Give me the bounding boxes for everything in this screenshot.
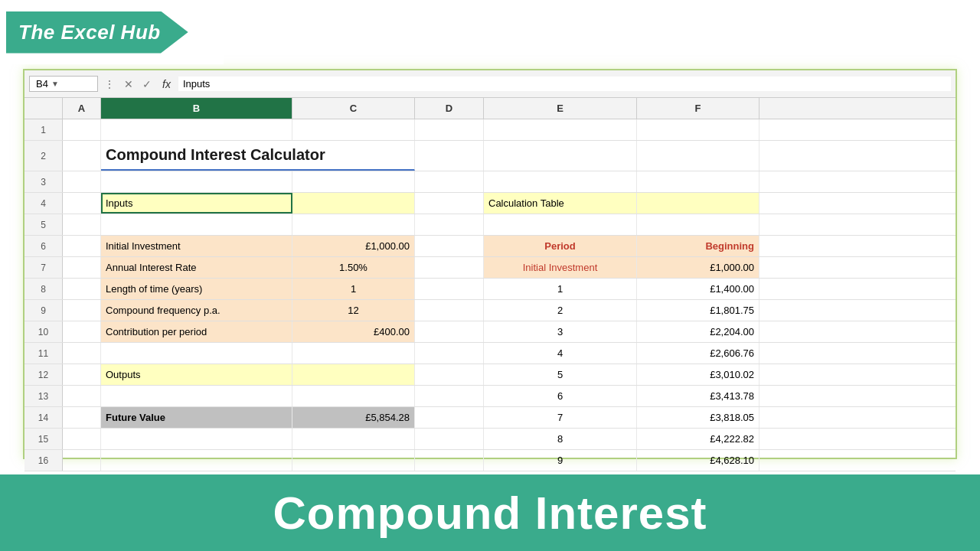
cell-d6[interactable] xyxy=(415,236,484,256)
cell-b1[interactable] xyxy=(101,119,292,140)
cell-d8[interactable] xyxy=(415,279,484,299)
cell-d3[interactable] xyxy=(415,171,484,192)
cell-e3[interactable] xyxy=(484,171,637,192)
cell-a7[interactable] xyxy=(63,257,101,278)
cell-f6-beginning[interactable]: Beginning xyxy=(637,236,760,256)
cell-a6[interactable] xyxy=(63,236,101,256)
cell-f5[interactable] xyxy=(637,214,760,235)
cell-e11[interactable]: 4 xyxy=(484,343,637,364)
cell-a3[interactable] xyxy=(63,171,101,192)
cell-e1[interactable] xyxy=(484,119,637,140)
cell-f16[interactable]: £4,628.10 xyxy=(637,450,760,471)
cell-e9[interactable]: 2 xyxy=(484,300,637,321)
cell-c12[interactable] xyxy=(292,364,415,385)
cell-b8[interactable]: Length of time (years) xyxy=(101,279,292,299)
cell-c10[interactable]: £400.00 xyxy=(292,321,415,342)
cell-d16[interactable] xyxy=(415,450,484,471)
cell-f9[interactable]: £1,801.75 xyxy=(637,300,760,321)
cell-b15[interactable] xyxy=(101,429,292,449)
cell-c14-future-value-num[interactable]: £5,854.28 xyxy=(292,407,415,428)
cell-e6-period[interactable]: Period xyxy=(484,236,637,256)
cell-e4-calc-table[interactable]: Calculation Table xyxy=(484,193,637,214)
cell-f12[interactable]: £3,010.02 xyxy=(637,364,760,385)
cell-d1[interactable] xyxy=(415,119,484,140)
cell-b13[interactable] xyxy=(101,386,292,406)
cell-f15[interactable]: £4,222.82 xyxy=(637,429,760,449)
cell-a1[interactable] xyxy=(63,119,101,140)
cell-c7[interactable]: 1.50% xyxy=(292,257,415,278)
cell-d14[interactable] xyxy=(415,407,484,428)
cell-b11[interactable] xyxy=(101,343,292,364)
cell-f1[interactable] xyxy=(637,119,760,140)
cell-reference-box[interactable]: B4 ▼ xyxy=(29,76,98,92)
cell-ref-dropdown-icon[interactable]: ▼ xyxy=(51,80,59,88)
cell-a12[interactable] xyxy=(63,364,101,385)
cell-d2[interactable] xyxy=(415,141,484,171)
cell-e5[interactable] xyxy=(484,214,637,235)
cell-b14-future-value[interactable]: Future Value xyxy=(101,407,292,428)
cell-c8[interactable]: 1 xyxy=(292,279,415,299)
cell-a9[interactable] xyxy=(63,300,101,321)
cell-c13[interactable] xyxy=(292,386,415,406)
cell-f4[interactable] xyxy=(637,193,760,214)
formula-confirm-icon[interactable]: ✓ xyxy=(139,77,155,92)
cell-a4[interactable] xyxy=(63,193,101,214)
cell-b5[interactable] xyxy=(101,214,292,235)
cell-b16[interactable] xyxy=(101,450,292,471)
cell-b6[interactable]: Initial Investment xyxy=(101,236,292,256)
cell-b4-inputs[interactable]: Inputs xyxy=(101,193,292,214)
cell-d9[interactable] xyxy=(415,300,484,321)
cell-b7[interactable]: Annual Interest Rate xyxy=(101,257,292,278)
cell-a10[interactable] xyxy=(63,321,101,342)
cell-f2[interactable] xyxy=(637,141,760,171)
cell-e7-init-inv[interactable]: Initial Investment xyxy=(484,257,637,278)
cell-f7-init-inv-val[interactable]: £1,000.00 xyxy=(637,257,760,278)
cell-d13[interactable] xyxy=(415,386,484,406)
cell-e12[interactable]: 5 xyxy=(484,364,637,385)
cell-e2[interactable] xyxy=(484,141,637,171)
cell-e10[interactable]: 3 xyxy=(484,321,637,342)
cell-f11[interactable]: £2,606.76 xyxy=(637,343,760,364)
cell-d10[interactable] xyxy=(415,321,484,342)
cell-d11[interactable] xyxy=(415,343,484,364)
cell-e8[interactable]: 1 xyxy=(484,279,637,299)
cell-a15[interactable] xyxy=(63,429,101,449)
cell-c11[interactable] xyxy=(292,343,415,364)
cell-f10[interactable]: £2,204.00 xyxy=(637,321,760,342)
col-header-d[interactable]: D xyxy=(415,98,484,119)
cell-e14[interactable]: 7 xyxy=(484,407,637,428)
cell-a5[interactable] xyxy=(63,214,101,235)
cell-f8[interactable]: £1,400.00 xyxy=(637,279,760,299)
cell-b2-title[interactable]: Compound Interest Calculator xyxy=(101,141,415,171)
col-header-c[interactable]: C xyxy=(292,98,415,119)
cell-f13[interactable]: £3,413.78 xyxy=(637,386,760,406)
cell-b9[interactable]: Compound frequency p.a. xyxy=(101,300,292,321)
cell-c16[interactable] xyxy=(292,450,415,471)
formula-cancel-icon[interactable]: ✕ xyxy=(121,77,136,92)
cell-d5[interactable] xyxy=(415,214,484,235)
cell-c6[interactable]: £1,000.00 xyxy=(292,236,415,256)
col-header-f[interactable]: F xyxy=(637,98,760,119)
cell-d12[interactable] xyxy=(415,364,484,385)
cell-c5[interactable] xyxy=(292,214,415,235)
cell-e15[interactable]: 8 xyxy=(484,429,637,449)
cell-b3[interactable] xyxy=(101,171,292,192)
cell-c1[interactable] xyxy=(292,119,415,140)
cell-b10[interactable]: Contribution per period xyxy=(101,321,292,342)
col-header-a[interactable]: A xyxy=(63,98,101,119)
cell-a16[interactable] xyxy=(63,450,101,471)
cell-d7[interactable] xyxy=(415,257,484,278)
cell-d15[interactable] xyxy=(415,429,484,449)
cell-e13[interactable]: 6 xyxy=(484,386,637,406)
cell-a11[interactable] xyxy=(63,343,101,364)
cell-f3[interactable] xyxy=(637,171,760,192)
cell-b12-outputs[interactable]: Outputs xyxy=(101,364,292,385)
cell-e16[interactable]: 9 xyxy=(484,450,637,471)
col-header-e[interactable]: E xyxy=(484,98,637,119)
cell-c4[interactable] xyxy=(292,193,415,214)
cell-a14[interactable] xyxy=(63,407,101,428)
cell-c3[interactable] xyxy=(292,171,415,192)
cell-d4[interactable] xyxy=(415,193,484,214)
cell-c9[interactable]: 12 xyxy=(292,300,415,321)
cell-f14[interactable]: £3,818.05 xyxy=(637,407,760,428)
